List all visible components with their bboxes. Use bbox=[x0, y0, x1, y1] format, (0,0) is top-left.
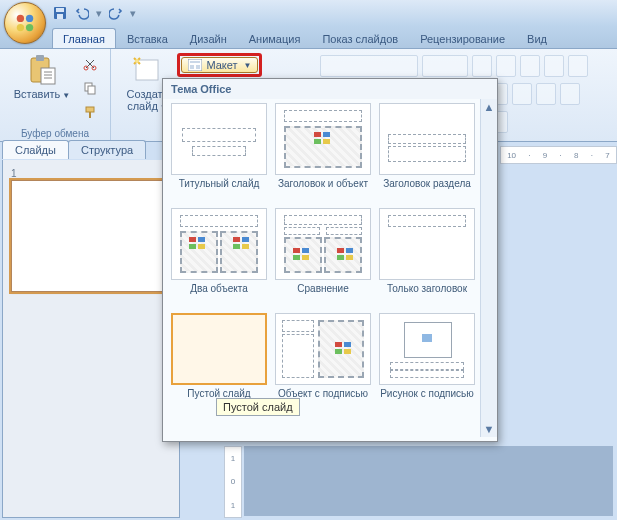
office-logo-icon bbox=[14, 12, 36, 34]
tab-view[interactable]: Вид bbox=[516, 28, 558, 48]
group-clipboard: Вставить▼ Буфер обмена bbox=[0, 49, 111, 141]
new-slide-icon bbox=[131, 54, 163, 86]
scroll-down-icon[interactable]: ▼ bbox=[481, 421, 497, 437]
svg-rect-20 bbox=[190, 65, 194, 69]
slide-thumb-row: 1 bbox=[3, 160, 179, 302]
layout-gallery: Тема Office Титульный слайд Заголовок и … bbox=[162, 78, 498, 442]
svg-point-0 bbox=[17, 15, 24, 22]
slide-number: 1 bbox=[11, 168, 21, 179]
layout-comparison[interactable]: Сравнение bbox=[275, 208, 371, 307]
layout-picture-caption[interactable]: Рисунок с подписью bbox=[379, 313, 475, 412]
svg-rect-14 bbox=[86, 107, 94, 112]
slides-pane: 1 bbox=[2, 160, 180, 518]
tab-slides-pane[interactable]: Слайды bbox=[2, 140, 69, 159]
layout-button-highlight: Макет ▼ bbox=[177, 53, 262, 77]
layout-title-only[interactable]: Только заголовок bbox=[379, 208, 475, 307]
svg-rect-15 bbox=[89, 112, 91, 118]
pane-tabs: Слайды Структура bbox=[2, 140, 145, 159]
svg-point-2 bbox=[17, 24, 24, 31]
slide-canvas-area bbox=[244, 446, 613, 516]
tab-design[interactable]: Дизайн bbox=[179, 28, 238, 48]
layout-two-content[interactable]: Два объекта bbox=[171, 208, 267, 307]
redo-icon[interactable] bbox=[108, 5, 124, 21]
cut-icon[interactable] bbox=[79, 53, 101, 75]
copy-icon[interactable] bbox=[79, 77, 101, 99]
tab-slideshow[interactable]: Показ слайдов bbox=[311, 28, 409, 48]
tab-review[interactable]: Рецензирование bbox=[409, 28, 516, 48]
layout-title-slide[interactable]: Титульный слайд bbox=[171, 103, 267, 202]
svg-rect-13 bbox=[88, 86, 95, 94]
paste-button[interactable]: Вставить▼ bbox=[9, 51, 76, 105]
svg-rect-9 bbox=[41, 68, 55, 84]
scroll-up-icon[interactable]: ▲ bbox=[481, 99, 497, 115]
svg-rect-5 bbox=[56, 8, 64, 12]
layout-icon bbox=[188, 59, 202, 71]
paste-label: Вставить▼ bbox=[14, 88, 71, 102]
paste-icon bbox=[26, 54, 58, 86]
svg-point-17 bbox=[135, 59, 139, 63]
ribbon-tabs: Главная Вставка Дизайн Анимация Показ сл… bbox=[0, 26, 617, 49]
layout-button[interactable]: Макет ▼ bbox=[181, 57, 258, 73]
svg-rect-8 bbox=[36, 55, 44, 61]
svg-rect-21 bbox=[196, 65, 200, 69]
app-window: ▾ ▾ Главная Вставка Дизайн Анимация Пока… bbox=[0, 0, 617, 520]
title-bar: ▾ ▾ bbox=[0, 0, 617, 26]
qat-separator: ▾ bbox=[96, 7, 102, 20]
gallery-grid: Титульный слайд Заголовок и объект Загол… bbox=[171, 103, 493, 412]
group-clipboard-label: Буфер обмена bbox=[21, 127, 89, 141]
slide-thumbnail-1[interactable] bbox=[11, 180, 163, 292]
svg-rect-19 bbox=[190, 61, 200, 63]
clipboard-small-buttons bbox=[79, 51, 101, 123]
undo-icon[interactable] bbox=[74, 5, 90, 21]
svg-point-1 bbox=[26, 15, 33, 22]
tooltip: Пустой слайд bbox=[216, 398, 300, 416]
tab-home[interactable]: Главная bbox=[52, 28, 116, 48]
office-button[interactable] bbox=[4, 2, 46, 44]
ruler-vertical: 1 0 1 bbox=[224, 446, 242, 518]
tab-insert[interactable]: Вставка bbox=[116, 28, 179, 48]
slide-options-col: Макет ▼ bbox=[177, 51, 262, 77]
tab-outline-pane[interactable]: Структура bbox=[68, 140, 146, 159]
layout-button-label: Макет bbox=[206, 59, 237, 71]
layout-section-header[interactable]: Заголовок раздела bbox=[379, 103, 475, 202]
gallery-scrollbar[interactable]: ▲ ▼ bbox=[480, 99, 497, 437]
ruler-horizontal: 10· 9· 8· 7 bbox=[500, 146, 617, 164]
chevron-down-icon: ▼ bbox=[244, 61, 252, 70]
format-painter-icon[interactable] bbox=[79, 101, 101, 123]
gallery-title: Тема Office bbox=[163, 79, 497, 99]
quick-access-toolbar: ▾ ▾ bbox=[52, 5, 136, 21]
svg-point-3 bbox=[26, 24, 33, 31]
tab-animation[interactable]: Анимация bbox=[238, 28, 312, 48]
layout-title-content[interactable]: Заголовок и объект bbox=[275, 103, 371, 202]
svg-rect-6 bbox=[57, 14, 63, 19]
gallery-body: Титульный слайд Заголовок и объект Загол… bbox=[163, 99, 497, 437]
qat-customize-icon[interactable]: ▾ bbox=[130, 7, 136, 20]
save-icon[interactable] bbox=[52, 5, 68, 21]
